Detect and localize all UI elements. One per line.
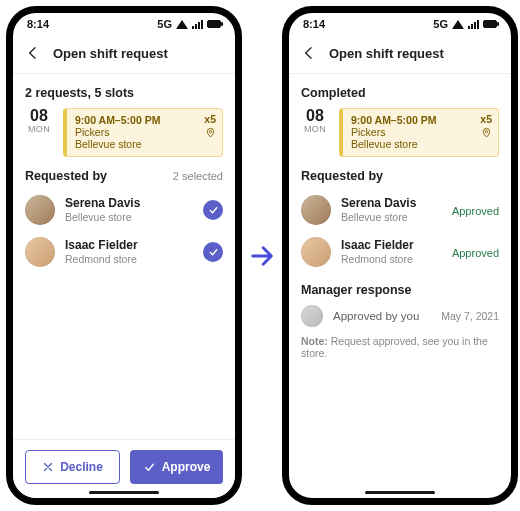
check-icon <box>208 247 219 258</box>
person-name: Serena Davis <box>341 197 442 211</box>
shift-time: 9:00 AM–5:00 PM <box>351 114 490 126</box>
phone-left: 8:14 5G Open shift request 2 requests, 5… <box>6 6 242 505</box>
app-bar: Open shift request <box>13 35 235 74</box>
shift-store: Bellevue store <box>75 138 214 150</box>
status-approved: Approved <box>452 247 499 259</box>
shift-slots: x5 <box>480 113 492 125</box>
back-button[interactable] <box>299 43 319 63</box>
status-network: 5G <box>157 18 172 30</box>
person-sub: Redmond store <box>65 253 193 266</box>
date-column: 08 MON <box>25 108 53 157</box>
status-bar: 8:14 5G <box>289 13 511 35</box>
note-text: Request approved, see you in the store. <box>301 335 488 359</box>
approve-label: Approve <box>162 460 211 474</box>
status-bar: 8:14 5G <box>13 13 235 35</box>
location-pin-icon <box>205 127 216 138</box>
shift-slots: x5 <box>204 113 216 125</box>
approve-button[interactable]: Approve <box>130 450 223 484</box>
manager-note: Note: Request approved, see you in the s… <box>301 335 499 359</box>
shift-row: 08 MON 9:00 AM–5:00 PM Pickers Bellevue … <box>25 108 223 157</box>
person-name: Isaac Fielder <box>341 239 442 253</box>
home-indicator <box>89 491 159 494</box>
avatar <box>25 195 55 225</box>
selected-checkbox[interactable] <box>203 200 223 220</box>
shift-time: 9:00 AM–5:00 PM <box>75 114 214 126</box>
date-column: 08 MON <box>301 108 329 157</box>
arrow-left-icon <box>25 45 41 61</box>
decline-button[interactable]: Decline <box>25 450 120 484</box>
status-network: 5G <box>433 18 448 30</box>
requested-by-header: Requested by 2 selected <box>25 169 223 183</box>
selected-checkbox[interactable] <box>203 242 223 262</box>
requested-by-title: Requested by <box>25 169 107 183</box>
person-sub: Bellevue store <box>341 211 442 224</box>
person-name: Serena Davis <box>65 197 193 211</box>
wifi-icon <box>452 20 464 29</box>
status-time: 8:14 <box>303 18 325 30</box>
status-time: 8:14 <box>27 18 49 30</box>
arrow-right-icon <box>248 242 276 270</box>
manager-response-title: Manager response <box>301 283 499 297</box>
shift-card[interactable]: 9:00 AM–5:00 PM Pickers Bellevue store x… <box>339 108 499 157</box>
date-day: 08 <box>301 108 329 124</box>
check-icon <box>143 461 156 474</box>
page-title: Open shift request <box>53 46 168 61</box>
person-name: Isaac Fielder <box>65 239 193 253</box>
status-approved: Approved <box>452 205 499 217</box>
svg-point-1 <box>485 130 487 132</box>
person-row[interactable]: Isaac Fielder Redmond store <box>25 231 223 273</box>
avatar <box>301 305 323 327</box>
shift-row: 08 MON 9:00 AM–5:00 PM Pickers Bellevue … <box>301 108 499 157</box>
person-row[interactable]: Isaac Fielder Redmond store Approved <box>301 231 499 273</box>
date-dow: MON <box>25 124 53 134</box>
x-icon <box>42 461 54 473</box>
avatar <box>301 195 331 225</box>
arrow-left-icon <box>301 45 317 61</box>
shift-store: Bellevue store <box>351 138 490 150</box>
phone-right: 8:14 5G Open shift request Completed 08 … <box>282 6 518 505</box>
requested-by-header: Requested by <box>301 169 499 183</box>
avatar <box>301 237 331 267</box>
signal-icon <box>192 19 203 29</box>
action-footer: Decline Approve <box>13 439 235 498</box>
shift-role: Pickers <box>351 126 490 138</box>
transition-arrow <box>248 242 276 270</box>
page-title: Open shift request <box>329 46 444 61</box>
content-area: 2 requests, 5 slots 08 MON 9:00 AM–5:00 … <box>13 74 235 498</box>
app-bar: Open shift request <box>289 35 511 74</box>
battery-icon <box>483 20 497 28</box>
date-dow: MON <box>301 124 329 134</box>
shift-role: Pickers <box>75 126 214 138</box>
home-indicator <box>365 491 435 494</box>
check-icon <box>208 205 219 216</box>
manager-row: Approved by you May 7, 2021 <box>301 301 499 329</box>
person-sub: Redmond store <box>341 253 442 266</box>
content-area: Completed 08 MON 9:00 AM–5:00 PM Pickers… <box>289 74 511 498</box>
decline-label: Decline <box>60 460 103 474</box>
shift-card[interactable]: 9:00 AM–5:00 PM Pickers Bellevue store x… <box>63 108 223 157</box>
selected-count: 2 selected <box>173 170 223 182</box>
summary-text: Completed <box>301 86 499 100</box>
summary-text: 2 requests, 5 slots <box>25 86 223 100</box>
svg-point-0 <box>209 130 211 132</box>
date-day: 08 <box>25 108 53 124</box>
person-row[interactable]: Serena Davis Bellevue store <box>25 189 223 231</box>
person-row[interactable]: Serena Davis Bellevue store Approved <box>301 189 499 231</box>
battery-icon <box>207 20 221 28</box>
manager-date: May 7, 2021 <box>441 310 499 322</box>
location-pin-icon <box>481 127 492 138</box>
person-sub: Bellevue store <box>65 211 193 224</box>
comparison-stage: 8:14 5G Open shift request 2 requests, 5… <box>0 0 520 511</box>
wifi-icon <box>176 20 188 29</box>
manager-text: Approved by you <box>333 310 431 322</box>
avatar <box>25 237 55 267</box>
note-label: Note: <box>301 335 328 347</box>
back-button[interactable] <box>23 43 43 63</box>
signal-icon <box>468 19 479 29</box>
requested-by-title: Requested by <box>301 169 383 183</box>
